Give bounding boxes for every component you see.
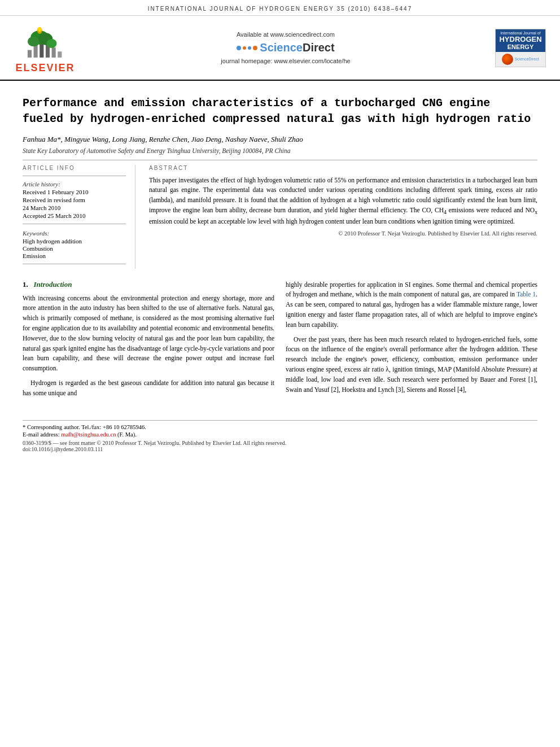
affiliation-text: State Key Laboratory of Automotive Safet… bbox=[23, 147, 537, 154]
history-label: Article history: bbox=[23, 181, 126, 187]
intro-para-1: With increasing concerns about the envir… bbox=[23, 294, 274, 374]
paper-title: Performance and emission characteristics… bbox=[23, 95, 537, 127]
sciencedirect-dots bbox=[237, 46, 257, 50]
article-info-column: Article info Article history: Received 1… bbox=[23, 165, 135, 269]
main-body: 1. Introduction With increasing concerns… bbox=[23, 280, 537, 403]
received-revised-label: Received in revised form bbox=[23, 196, 126, 203]
hydrogen-energy-logo: International Journal of HYDROGEN ENERGY… bbox=[492, 29, 549, 67]
he-energy: ENERGY bbox=[497, 43, 544, 50]
accepted-date: Accepted 25 March 2010 bbox=[23, 212, 126, 219]
dot-2 bbox=[243, 46, 246, 50]
email-suffix: (F. Ma). bbox=[117, 431, 137, 438]
he-box: International Journal of HYDROGEN ENERGY… bbox=[495, 29, 546, 67]
elsevier-brand-text: ELSEVIER bbox=[15, 62, 75, 74]
keywords-label: Keywords: bbox=[23, 230, 126, 237]
sciencedirect-logo: ScienceDirect bbox=[79, 41, 492, 54]
he-intl: International Journal of bbox=[497, 31, 544, 35]
email-link[interactable]: mafh@tsinghua.edu.cn bbox=[61, 431, 116, 438]
divider-info-bot bbox=[23, 264, 126, 264]
keywords-section: Keywords: High hydrogen addition Combust… bbox=[23, 230, 126, 259]
journal-homepage-text: journal homepage: www.elsevier.com/locat… bbox=[79, 58, 492, 64]
email-label: E-mail address: bbox=[23, 431, 60, 438]
svg-rect-0 bbox=[28, 50, 32, 58]
dot-4 bbox=[253, 46, 257, 50]
section-1-heading: 1. Introduction bbox=[23, 280, 274, 289]
svg-rect-1 bbox=[34, 45, 38, 58]
divider-info-top bbox=[23, 176, 126, 176]
he-bottom: ScienceDirect bbox=[496, 52, 545, 67]
article-info-title: Article info bbox=[23, 165, 126, 171]
abstract-section: Abstract This paper investigates the eff… bbox=[149, 165, 537, 269]
divider-info-mid bbox=[23, 224, 126, 224]
svg-point-11 bbox=[38, 27, 41, 32]
elsevier-logo: ELSEVIER bbox=[11, 21, 79, 74]
footer-section: * Corresponding author. Tel./fax: +86 10… bbox=[23, 420, 537, 452]
two-col-layout: 1. Introduction With increasing concerns… bbox=[23, 280, 537, 403]
info-abstract-row: Article info Article history: Received 1… bbox=[23, 165, 537, 269]
keyword-3: Emission bbox=[23, 252, 126, 259]
dot-3 bbox=[248, 46, 251, 50]
paper-content: Performance and emission characteristics… bbox=[0, 81, 560, 464]
section-number: 1. bbox=[23, 280, 28, 289]
elsevier-tree-icon bbox=[23, 21, 68, 61]
abstract-title: Abstract bbox=[149, 165, 537, 171]
journal-header-text: International Journal of Hydrogen Energy… bbox=[0, 0, 560, 16]
intro-para-2: Hydrogen is regarded as the best gaseous… bbox=[23, 378, 274, 399]
logos-row: ELSEVIER Available at www.sciencedirect.… bbox=[0, 16, 560, 81]
intro-para-right-1: highly desirable properties for applicat… bbox=[286, 280, 537, 330]
col-left: 1. Introduction With increasing concerns… bbox=[23, 280, 274, 403]
svg-point-9 bbox=[47, 39, 57, 48]
svg-point-7 bbox=[28, 37, 40, 47]
authors-list: Fanhua Ma*, Mingyue Wang, Long Jiang, Re… bbox=[23, 134, 537, 145]
divider-1 bbox=[23, 160, 537, 160]
he-circle-icon bbox=[502, 54, 513, 65]
he-hydrogen: HYDROGEN bbox=[497, 35, 544, 43]
footer-license-text: 0360-3199/$ — see front matter © 2010 Pr… bbox=[23, 440, 537, 446]
corresponding-author-text: * Corresponding author. Tel./fax: +86 10… bbox=[23, 424, 146, 430]
center-logos-area: Available at www.sciencedirect.com Scien… bbox=[79, 31, 492, 64]
svg-rect-4 bbox=[52, 47, 56, 58]
abstract-text: This paper investigates the effect of hi… bbox=[149, 176, 537, 227]
he-header: International Journal of HYDROGEN ENERGY bbox=[496, 29, 545, 52]
keyword-1: High hydrogen addition bbox=[23, 238, 126, 244]
available-text: Available at www.sciencedirect.com bbox=[79, 31, 492, 38]
keyword-2: Combustion bbox=[23, 245, 126, 252]
copyright-line: © 2010 Professor T. Nejat Veziroglu. Pub… bbox=[149, 230, 537, 237]
intro-para-right-2: Over the past years, there has been much… bbox=[286, 335, 537, 395]
received-date-1: Received 1 February 2010 bbox=[23, 189, 126, 195]
footer-doi-text: doi:10.1016/j.ijhydene.2010.03.111 bbox=[23, 446, 537, 452]
received-revised-date: 24 March 2010 bbox=[23, 204, 126, 211]
dot-1 bbox=[237, 46, 241, 50]
he-publisher-text: ScienceDirect bbox=[514, 57, 539, 61]
section-title-text: Introduction bbox=[34, 280, 72, 289]
col-right: highly desirable properties for applicat… bbox=[286, 280, 537, 403]
email-line: E-mail address: mafh@tsinghua.edu.cn (F.… bbox=[23, 431, 537, 438]
svg-rect-5 bbox=[58, 51, 62, 58]
corresponding-author-note: * Corresponding author. Tel./fax: +86 10… bbox=[23, 424, 537, 430]
sciencedirect-text: ScienceDirect bbox=[260, 41, 334, 54]
